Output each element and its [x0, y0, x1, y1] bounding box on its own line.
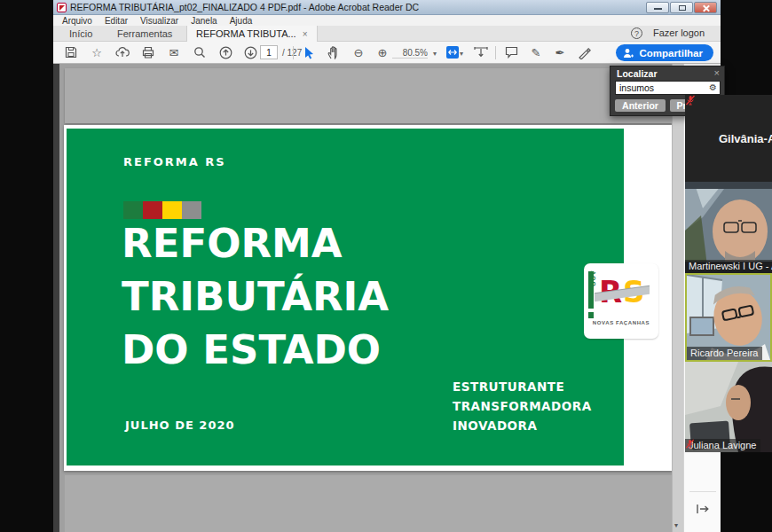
pointer-icon — [303, 46, 315, 59]
pdf-page-next[interactable] — [65, 475, 672, 532]
cloud-upload-icon — [115, 46, 130, 59]
participant-tile-gilvania[interactable]: Gilvânia-A — [685, 95, 772, 182]
email-button[interactable]: ✉ — [165, 44, 183, 60]
find-input[interactable] — [615, 81, 721, 95]
hand-icon — [327, 46, 340, 59]
print-button[interactable] — [139, 44, 157, 60]
tab-ferramentas[interactable]: Ferramentas — [108, 26, 181, 42]
help-icon[interactable]: ? — [631, 27, 642, 39]
window-title: REFORMA TRIBUTÁRIA_pt02_FINALIZADO 4 PDF… — [70, 2, 642, 12]
sign-button[interactable]: ✒ — [551, 44, 569, 60]
share-button[interactable]: Compartilhar — [616, 44, 713, 61]
logo-tagline: NOVAS FAÇANHAS — [584, 320, 658, 325]
zoom-out-button[interactable]: ⊖ — [350, 44, 367, 60]
slide-date: JULHO DE 2020 — [125, 419, 235, 432]
video-conference-window: Gilvânia-A Martinewski I UG - A — [685, 95, 772, 452]
arrow-up-circle-icon — [219, 46, 232, 59]
fit-page-caret-icon[interactable]: ▾ — [460, 50, 463, 58]
sign-pen-icon: ✒ — [555, 47, 565, 59]
email-icon: ✉ — [169, 47, 179, 59]
restore-button[interactable] — [670, 2, 693, 13]
save-button[interactable] — [62, 44, 80, 60]
title-bar[interactable]: REFORMA TRIBUTÁRIA_pt02_FINALIZADO 4 PDF… — [53, 0, 721, 15]
star-button[interactable]: ☆ — [88, 44, 106, 60]
close-button[interactable] — [694, 2, 717, 13]
login-link[interactable]: Fazer logon — [653, 27, 705, 38]
tab-inicio[interactable]: Início — [60, 26, 101, 42]
participant-name: Juliana Lavigne — [685, 439, 760, 452]
square-yellow — [162, 201, 182, 219]
acrobat-app-icon — [57, 3, 67, 12]
find-title: Localizar — [617, 68, 658, 79]
select-tool-button[interactable] — [300, 44, 318, 60]
menu-janela[interactable]: Janela — [191, 16, 217, 26]
menu-arquivo[interactable]: Arquivo — [62, 16, 92, 26]
share-person-icon — [623, 48, 634, 59]
fit-width-button[interactable] — [472, 44, 490, 60]
zoom-in-button[interactable]: ⊕ — [374, 44, 391, 60]
search-button[interactable] — [191, 44, 209, 60]
participant-tile-martinewski[interactable]: Martinewski I UG - A — [685, 182, 772, 273]
save-icon — [65, 46, 77, 59]
zoom-level-input[interactable]: 80.5% — [392, 48, 428, 59]
participant-name: Ricardo Pereira — [687, 347, 762, 360]
pdf-page-current[interactable]: REFORMA RS REFORMA TRIBUTÁRIA DO ESTADO … — [64, 125, 673, 471]
fill-sign-button[interactable] — [575, 44, 593, 60]
toolbar: ☆ ✉ 1 / 127 — [53, 42, 721, 64]
share-label: Compartilhar — [639, 48, 703, 59]
search-icon — [193, 46, 206, 59]
comment-icon — [505, 46, 518, 59]
participant-tile-juliana[interactable]: Juliana Lavigne — [685, 362, 772, 452]
tab-close-icon[interactable]: × — [303, 29, 308, 39]
find-options-gear-icon[interactable]: ⚙ — [709, 82, 717, 92]
square-gray — [182, 201, 201, 219]
next-page-button[interactable] — [241, 44, 259, 60]
fit-page-icon — [445, 45, 460, 59]
slide-color-squares — [123, 201, 201, 219]
acrobat-window: REFORMA TRIBUTÁRIA_pt02_FINALIZADO 4 PDF… — [53, 0, 721, 532]
page-number-input[interactable]: 1 — [260, 45, 278, 59]
zoom-in-icon: ⊕ — [378, 47, 388, 59]
muted-mic-icon — [685, 439, 695, 449]
previous-page-button[interactable] — [217, 44, 234, 60]
menu-editar[interactable]: Editar — [105, 16, 128, 26]
comment-button[interactable] — [502, 44, 520, 60]
nav-pane-strip[interactable] — [53, 64, 59, 532]
slide-cover: REFORMA RS REFORMA TRIBUTÁRIA DO ESTADO … — [67, 129, 624, 466]
slide-title: REFORMA TRIBUTÁRIA DO ESTADO — [122, 217, 389, 377]
print-icon — [142, 46, 154, 59]
vertical-scrollbar[interactable]: ▾ — [672, 64, 683, 532]
zoom-out-icon: ⊖ — [354, 47, 364, 59]
find-previous-button[interactable]: Anterior — [615, 99, 666, 112]
menu-bar: Arquivo Editar Visualizar Janela Ajuda — [53, 15, 721, 26]
fit-width-icon — [474, 46, 488, 59]
pdf-page-previous[interactable] — [65, 68, 672, 123]
slide-attributes: ESTRUTURANTE TRANSFORMADORA INOVADORA — [453, 377, 592, 435]
tab-document[interactable]: REFORMA TRIBUTA... × — [186, 26, 318, 42]
scroll-down-icon[interactable]: ▾ — [674, 521, 678, 529]
square-green — [123, 201, 143, 219]
rs-gov-logo: GOV R S NOVAS FAÇANHAS — [584, 263, 658, 339]
tab-bar: Início Ferramentas REFORMA TRIBUTA... × … — [53, 26, 721, 42]
desktop: REFORMA TRIBUTÁRIA_pt02_FINALIZADO 4 PDF… — [0, 0, 772, 532]
zoom-caret-icon[interactable]: ▾ — [433, 50, 437, 58]
arrow-down-circle-icon — [244, 46, 257, 59]
menu-visualizar[interactable]: Visualizar — [140, 16, 178, 26]
menu-ajuda[interactable]: Ajuda — [230, 16, 253, 26]
square-red — [143, 201, 162, 219]
fit-page-button[interactable] — [444, 44, 461, 60]
pencil-icon: ✎ — [532, 47, 541, 59]
cloud-upload-button[interactable] — [114, 44, 131, 60]
find-close-icon[interactable]: × — [714, 67, 720, 78]
logo-gov-text: GOV — [590, 270, 596, 286]
fill-sign-icon — [578, 46, 591, 59]
highlight-button[interactable]: ✎ — [527, 44, 545, 60]
star-icon: ☆ — [91, 47, 102, 59]
participant-tile-ricardo-active-speaker[interactable]: Ricardo Pereira — [685, 273, 772, 362]
participant-name: Martinewski I UG - A — [685, 260, 772, 273]
minimize-button[interactable] — [646, 2, 669, 13]
document-viewer[interactable]: REFORMA RS REFORMA TRIBUTÁRIA DO ESTADO … — [53, 64, 721, 532]
slide-kicker: REFORMA RS — [123, 155, 226, 168]
expand-panel-icon[interactable] — [696, 503, 710, 515]
hand-tool-button[interactable] — [325, 44, 343, 60]
